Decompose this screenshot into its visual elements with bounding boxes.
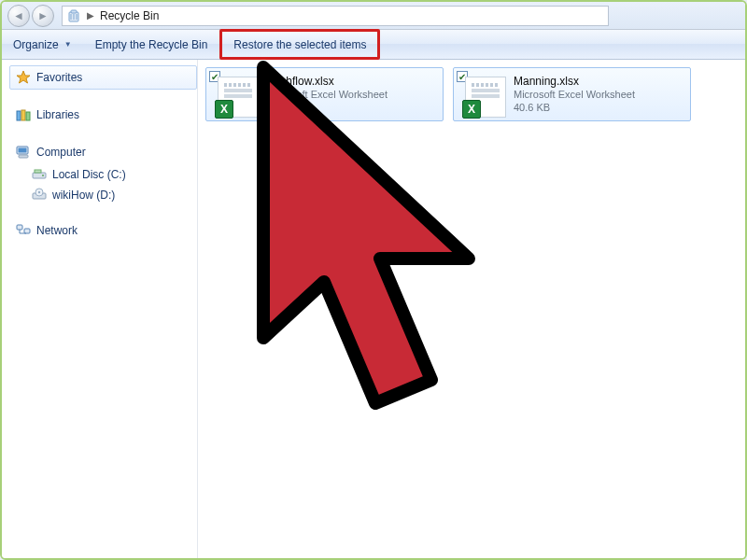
libraries-label: Libraries — [36, 108, 79, 121]
empty-recycle-bin-label: Empty the Recycle Bin — [95, 38, 208, 51]
forward-arrow-icon: ► — [37, 9, 49, 22]
file-text: Cashflow.xlsx Microsoft Excel Worksheet … — [266, 75, 388, 115]
titlebar: ◄ ► ▶ Recycle Bin — [2, 2, 745, 30]
svg-rect-4 — [21, 110, 25, 120]
excel-document-icon: X — [218, 77, 259, 118]
file-size: 40.6 KB — [266, 102, 388, 115]
svg-rect-5 — [26, 112, 30, 120]
svg-rect-7 — [19, 148, 27, 153]
sidebar-item-network[interactable]: Network — [9, 218, 197, 243]
network-icon — [16, 223, 31, 238]
svg-rect-11 — [35, 170, 41, 173]
sidebar-item-wikihow-d[interactable]: wikiHow (D:) — [9, 185, 197, 205]
file-text: Manning.xlsx Microsoft Excel Worksheet 4… — [514, 75, 635, 115]
forward-button[interactable]: ► — [32, 5, 54, 27]
svg-rect-8 — [19, 155, 28, 158]
explorer-window: ◄ ► ▶ Recycle Bin Organize ▼ Em — [0, 0, 747, 560]
back-arrow-icon: ◄ — [13, 9, 24, 22]
svg-rect-1 — [71, 10, 77, 13]
disk-icon — [32, 167, 47, 182]
organize-label: Organize — [13, 38, 59, 51]
wikihow-d-label: wikiHow (D:) — [52, 189, 115, 202]
svg-point-14 — [38, 191, 40, 193]
file-list: ✔ X Cashflow.xlsx Microsoft Excel Worksh… — [198, 60, 745, 558]
address-bar[interactable]: ▶ Recycle Bin — [62, 6, 609, 26]
file-size: 40.6 KB — [514, 102, 635, 115]
svg-rect-16 — [24, 229, 30, 233]
local-disc-c-label: Local Disc (C:) — [52, 168, 126, 181]
file-name: Cashflow.xlsx — [266, 75, 388, 89]
breadcrumb-separator-icon: ▶ — [87, 10, 94, 21]
svg-marker-2 — [17, 71, 30, 83]
body: Favorites Libraries — [2, 60, 745, 558]
sidebar-item-libraries[interactable]: Libraries — [9, 103, 197, 127]
dropdown-caret-icon: ▼ — [64, 40, 72, 49]
svg-point-10 — [42, 175, 44, 176]
back-button[interactable]: ◄ — [7, 5, 30, 27]
file-type: Microsoft Excel Worksheet — [514, 89, 635, 102]
svg-rect-3 — [17, 111, 21, 120]
breadcrumb-location[interactable]: Recycle Bin — [100, 9, 159, 22]
computer-label: Computer — [36, 146, 86, 159]
excel-badge-icon: X — [215, 100, 233, 119]
star-icon — [16, 70, 31, 85]
dvd-drive-icon — [32, 188, 47, 203]
libraries-icon — [16, 107, 31, 122]
sidebar-item-local-disc-c[interactable]: Local Disc (C:) — [9, 164, 197, 185]
navigation-pane: Favorites Libraries — [2, 60, 198, 558]
restore-selected-label: Restore the selected items — [233, 38, 366, 51]
file-type: Microsoft Excel Worksheet — [266, 89, 388, 102]
file-name: Manning.xlsx — [514, 75, 635, 89]
file-tile[interactable]: ✔ X Cashflow.xlsx Microsoft Excel Worksh… — [205, 67, 444, 121]
nav-buttons: ◄ ► — [7, 5, 54, 27]
computer-icon — [16, 145, 31, 160]
sidebar-item-computer[interactable]: Computer — [9, 140, 197, 164]
favorites-label: Favorites — [36, 71, 82, 84]
restore-selected-button[interactable]: Restore the selected items — [219, 29, 380, 60]
sidebar-item-favorites[interactable]: Favorites — [9, 65, 197, 90]
excel-badge-icon: X — [462, 100, 481, 119]
svg-rect-15 — [17, 225, 22, 230]
file-tile[interactable]: ✔ X Manning.xlsx Microsoft Excel Workshe… — [453, 67, 691, 121]
excel-document-icon: X — [465, 77, 506, 118]
empty-recycle-bin-button[interactable]: Empty the Recycle Bin — [84, 30, 220, 59]
network-label: Network — [36, 224, 78, 237]
organize-menu[interactable]: Organize ▼ — [2, 30, 84, 59]
recycle-bin-icon — [66, 8, 81, 23]
toolbar: Organize ▼ Empty the Recycle Bin Restore… — [2, 30, 745, 60]
